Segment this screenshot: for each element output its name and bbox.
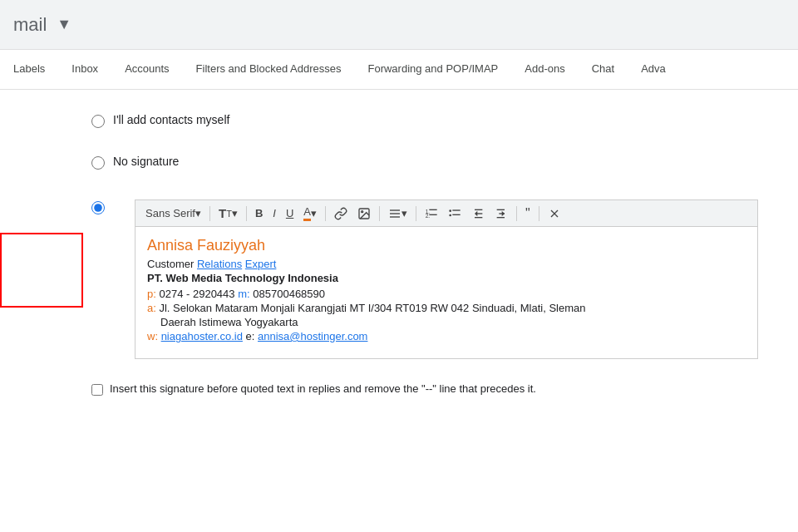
sig-address-line2: Daerah Istimewa Yogyakarta	[147, 316, 746, 328]
indent-more-button[interactable]	[491, 205, 511, 222]
numbered-list-icon: 1.2.	[425, 207, 438, 220]
bold-button[interactable]: B	[252, 205, 266, 221]
font-family-dropdown[interactable]: ▾	[195, 207, 201, 219]
italic-button[interactable]: I	[269, 205, 279, 221]
sig-links-row: w: niagahoster.co.id e: annisa@hostinger…	[147, 330, 746, 342]
sig-phone-value: 0274 - 2920443	[159, 288, 234, 300]
signature-option[interactable]: Sans Serif ▾ TT ▾ B I U A ▾	[91, 190, 798, 366]
bullet-list-icon	[448, 207, 461, 220]
add-contacts-option[interactable]: I'll add contacts myself	[91, 106, 798, 135]
toolbar-sep-7	[539, 206, 539, 221]
sig-addr-line2: Daerah Istimewa Yogyakarta	[147, 316, 298, 328]
indent-less-button[interactable]	[468, 205, 488, 222]
no-signature-radio[interactable]	[91, 156, 105, 170]
toolbar-sep-6	[516, 206, 517, 221]
numbered-list-button[interactable]: 1.2.	[421, 205, 441, 222]
sig-phone-label: p:	[147, 288, 156, 300]
image-button[interactable]	[354, 205, 374, 222]
sig-email-link[interactable]: annisa@hostinger.com	[258, 330, 367, 342]
font-family-select[interactable]: Sans Serif ▾	[142, 205, 204, 221]
text-color-button[interactable]: A ▾	[300, 204, 320, 223]
signature-radio[interactable]	[91, 201, 105, 214]
font-size-select[interactable]: TT ▾	[215, 204, 241, 222]
insert-signature-row: Insert this signature before quoted text…	[91, 382, 798, 412]
sig-role-text: Customer	[147, 258, 194, 270]
indent-less-icon	[471, 207, 485, 220]
svg-rect-17	[499, 213, 505, 214]
svg-point-11	[449, 214, 451, 216]
tab-advanced[interactable]: Adva	[628, 50, 679, 90]
toolbar-sep-4	[379, 206, 380, 221]
add-contacts-label: I'll add contacts myself	[113, 113, 229, 126]
insert-sig-main-text: Insert this signature before quoted text…	[110, 382, 418, 395]
link-button[interactable]	[331, 205, 351, 222]
toolbar-sep-2	[246, 206, 247, 221]
remove-format-button[interactable]	[544, 205, 564, 222]
signature-editor[interactable]: Annisa Fauziyyah Customer Relations Expe…	[135, 226, 758, 359]
sig-web-link[interactable]: niagahoster.co.id	[161, 330, 243, 342]
tab-labels[interactable]: Labels	[0, 50, 58, 90]
svg-point-9	[449, 209, 451, 212]
sig-phone-row: p: 0274 - 2920443 m: 085700468590	[147, 288, 746, 300]
sig-email-label: e:	[246, 330, 255, 342]
sig-address-row: a: Jl. Selokan Mataram Monjali Karangjat…	[147, 302, 746, 314]
tab-chat[interactable]: Chat	[579, 50, 628, 90]
content-area: I'll add contacts myself No signature Sa…	[0, 90, 798, 532]
tab-forwarding[interactable]: Forwarding and POP/IMAP	[354, 50, 511, 90]
insert-sig-suffix: line that precedes it.	[440, 382, 536, 395]
sig-addr-line1: Jl. Selokan Mataram Monjali Karangjati M…	[159, 302, 585, 314]
insert-signature-checkbox[interactable]	[91, 384, 103, 396]
no-signature-option[interactable]: No signature	[91, 148, 798, 176]
bullet-list-button[interactable]	[445, 205, 465, 222]
font-size-icon-small: T	[226, 209, 232, 219]
svg-rect-16	[497, 209, 505, 209]
align-icon	[388, 207, 401, 220]
font-family-label: Sans Serif	[145, 207, 195, 219]
tab-inbox[interactable]: Inbox	[58, 50, 111, 90]
sig-role-link1[interactable]: Relations	[197, 258, 242, 270]
svg-point-1	[362, 210, 363, 212]
svg-rect-14	[477, 213, 483, 214]
indent-more-icon	[495, 207, 508, 220]
link-icon	[334, 207, 347, 220]
add-contacts-radio[interactable]	[91, 115, 105, 128]
svg-rect-4	[390, 216, 400, 217]
insert-signature-text: Insert this signature before quoted text…	[110, 382, 536, 395]
align-button[interactable]: ▾	[385, 205, 411, 222]
svg-rect-18	[497, 217, 505, 218]
svg-rect-10	[452, 209, 460, 210]
sig-company: PT. Web Media Technology Indonesia	[147, 272, 746, 284]
sig-addr-label: a:	[147, 302, 156, 314]
signature-toolbar: Sans Serif ▾ TT ▾ B I U A ▾	[135, 200, 758, 226]
svg-rect-3	[390, 213, 400, 214]
no-signature-label: No signature	[113, 155, 179, 168]
sig-web-label: w:	[147, 330, 158, 342]
sig-mobile-value: 085700468590	[253, 288, 325, 300]
app-name: mail	[13, 14, 47, 36]
text-color-icon: A	[303, 205, 311, 221]
tab-accounts[interactable]: Accounts	[111, 50, 182, 90]
toolbar-sep-5	[416, 206, 416, 221]
svg-rect-13	[475, 209, 482, 209]
image-icon	[357, 207, 371, 220]
app-dropdown-icon[interactable]: ▼	[57, 16, 71, 33]
tab-addons[interactable]: Add-ons	[511, 50, 578, 90]
svg-rect-6	[429, 209, 436, 209]
underline-button[interactable]: U	[283, 205, 297, 221]
svg-rect-12	[452, 214, 460, 214]
sig-role: Customer Relations Expert	[147, 258, 746, 270]
text-color-dropdown[interactable]: ▾	[311, 207, 317, 219]
insert-sig-quote: "--"	[421, 382, 436, 395]
sig-role-link2[interactable]: Expert	[245, 258, 277, 270]
remove-format-icon	[548, 207, 561, 220]
svg-rect-15	[475, 217, 482, 218]
svg-text:2.: 2.	[426, 213, 431, 219]
sig-mobile-label: m:	[238, 288, 249, 300]
font-size-icon: T	[219, 206, 226, 220]
signature-editor-container: Sans Serif ▾ TT ▾ B I U A ▾	[135, 200, 758, 359]
sig-name: Annisa Fauziyyah	[147, 237, 746, 254]
quote-button[interactable]: "	[522, 204, 534, 223]
toolbar-sep-3	[325, 206, 326, 221]
toolbar-sep-1	[209, 206, 210, 221]
tab-filters[interactable]: Filters and Blocked Addresses	[183, 50, 355, 90]
